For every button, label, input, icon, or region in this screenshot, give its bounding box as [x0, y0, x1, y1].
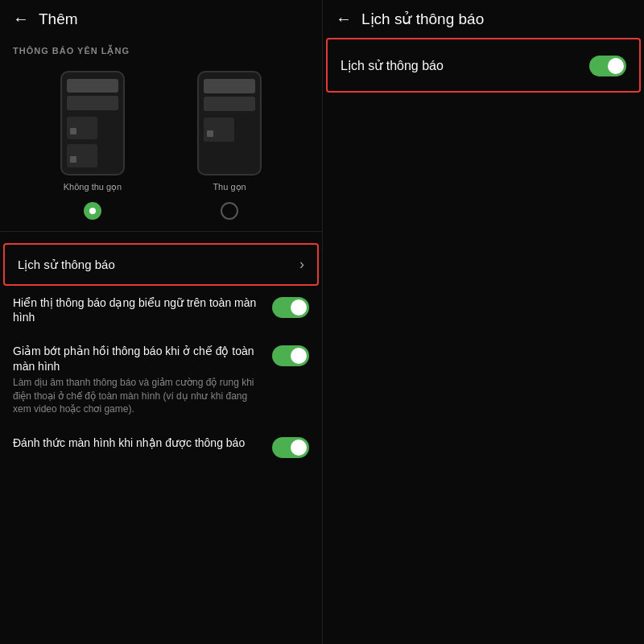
- notif-bar-3: [204, 79, 255, 93]
- lich-su-thong-bao-item[interactable]: Lịch sử thông báo ›: [3, 243, 319, 286]
- divider-1: [0, 231, 322, 232]
- phone-label-collapsed: Thu gọn: [213, 182, 246, 192]
- toggle-danh-thuc-switch[interactable]: [272, 437, 309, 458]
- toggle-bieu-ngu-switch[interactable]: [272, 297, 309, 318]
- notif-bar-1: [67, 79, 118, 93]
- chevron-right-icon: ›: [299, 256, 304, 273]
- toggle-giam-bot-text: Giảm bớt phản hồi thông báo khi ở chế độ…: [13, 344, 262, 416]
- toggle-danh-thuc-text: Đánh thức màn hình khi nhận được thông b…: [13, 436, 262, 450]
- toggle-giam-bot-subtitle: Làm dịu âm thanh thông báo và giảm cường…: [13, 376, 262, 416]
- back-button-right[interactable]: ←: [336, 10, 352, 28]
- right-header: ← Lịch sử thông báo: [323, 0, 644, 38]
- toggle-giam-bot-switch[interactable]: [272, 345, 309, 366]
- notif-bar-4: [204, 97, 255, 111]
- phone-frame-collapsed: [197, 71, 262, 175]
- toggle-bieu-ngu[interactable]: Hiển thị thông báo dạng biểu ngữ trên to…: [0, 286, 322, 334]
- lich-su-thong-bao-label: Lịch sử thông báo: [18, 258, 115, 272]
- back-button-left[interactable]: ←: [13, 10, 29, 28]
- right-lich-su-toggle[interactable]: [589, 56, 626, 76]
- phone-illustrations: Không thu gọn Thu gọn: [0, 63, 322, 220]
- toggle-giam-bot-title: Giảm bớt phản hồi thông báo khi ở chế độ…: [13, 344, 262, 373]
- right-page-title: Lịch sử thông báo: [361, 10, 484, 28]
- phone-frame-expanded: [60, 71, 125, 175]
- right-lich-su-label: Lịch sử thông báo: [341, 58, 444, 73]
- toggle-danh-thuc-title: Đánh thức màn hình khi nhận được thông b…: [13, 436, 262, 450]
- radio-collapsed[interactable]: [221, 202, 238, 220]
- left-header: ← Thêm: [0, 0, 322, 38]
- notif-bar-2: [67, 96, 118, 109]
- toggle-danh-thuc[interactable]: Đánh thức màn hình khi nhận được thông b…: [0, 426, 322, 468]
- left-page-title: Thêm: [39, 10, 78, 28]
- notif-small-2: [67, 144, 97, 167]
- toggle-bieu-ngu-title: Hiển thị thông báo dạng biểu ngữ trên to…: [13, 295, 262, 324]
- toggle-giam-bot[interactable]: Giảm bớt phản hồi thông báo khi ở chế độ…: [0, 334, 322, 426]
- notif-small-3: [204, 118, 234, 142]
- right-lich-su-item[interactable]: Lịch sử thông báo: [326, 38, 641, 93]
- right-panel: ← Lịch sử thông báo Lịch sử thông báo: [322, 0, 644, 644]
- phone-label-expanded: Không thu gọn: [64, 182, 122, 192]
- radio-expanded[interactable]: [84, 202, 101, 220]
- toggle-bieu-ngu-text: Hiển thị thông báo dạng biểu ngữ trên to…: [13, 295, 262, 324]
- notif-small-1: [67, 117, 97, 140]
- phone-option-collapsed[interactable]: Thu gọn: [197, 71, 262, 220]
- section-label-silent: THÔNG BÁO YÊN LẶNG: [0, 38, 322, 63]
- phone-option-expanded[interactable]: Không thu gọn: [60, 71, 125, 220]
- left-panel: ← Thêm THÔNG BÁO YÊN LẶNG Không thu gọn: [0, 0, 322, 644]
